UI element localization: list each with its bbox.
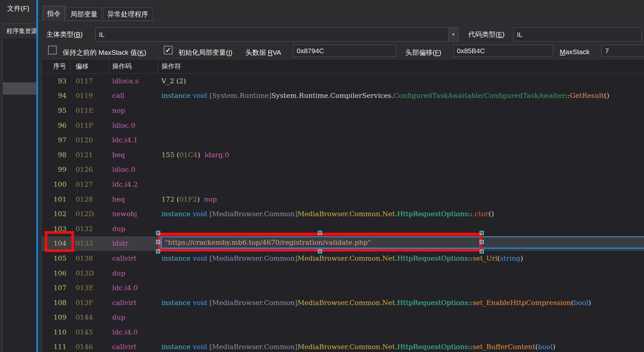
- row-offset: 0126: [70, 166, 109, 173]
- tab-local-variables[interactable]: 局部变量: [66, 7, 102, 21]
- table-row[interactable]: 1000127ldc.i4.2: [42, 177, 644, 192]
- row-opcode: dup: [109, 269, 158, 277]
- row-index: 99: [42, 166, 70, 173]
- table-row[interactable]: 930117ldloca.sV_2 (2): [42, 74, 644, 88]
- header-rva-field[interactable]: [293, 45, 396, 57]
- table-row[interactable]: 96011Fldloc.0: [42, 118, 644, 133]
- row-offset: 0127: [70, 181, 109, 188]
- il-method-editor-window: 文件(F) 程序集资源 指令 局部变量 异常处理程序 主体类型(B) IL ▼ …: [0, 0, 644, 352]
- maxstack-field[interactable]: [602, 45, 644, 57]
- row-offset: 0138: [70, 254, 109, 262]
- row-offset: 0145: [70, 328, 109, 336]
- row-offset: 0132: [70, 225, 109, 233]
- table-row[interactable]: 107013Eldc.i4.0: [42, 280, 644, 295]
- keep-maxstack-checkbox[interactable]: [48, 46, 57, 54]
- row-operand: 172 (01F2) nop: [158, 195, 644, 203]
- row-index: 106: [42, 269, 70, 277]
- init-locals-checkbox[interactable]: ✓: [164, 46, 173, 54]
- selection-handle[interactable]: [480, 240, 484, 244]
- assembly-explorer-tab[interactable]: 程序集资源: [3, 24, 36, 39]
- row-index: 102: [42, 210, 70, 218]
- table-row[interactable]: 990126ldloc.0: [42, 162, 644, 177]
- table-row[interactable]: 102012Dnewobjinstance void [MediaBrowser…: [42, 206, 644, 221]
- tab-instructions[interactable]: 指令: [43, 6, 65, 21]
- row-index: 93: [42, 77, 70, 85]
- row-index: 109: [42, 313, 70, 321]
- row-offset: 0119: [70, 92, 109, 100]
- header-offset-field[interactable]: [453, 45, 553, 57]
- code-type-field[interactable]: [513, 28, 642, 41]
- table-row[interactable]: 1090144dup: [42, 310, 644, 325]
- row-offset: 013E: [70, 284, 109, 292]
- selection-handle[interactable]: [318, 231, 322, 235]
- table-row[interactable]: 1100145ldc.i4.0: [42, 325, 644, 340]
- row-offset: 0121: [70, 151, 109, 159]
- column-header-index[interactable]: 序号: [42, 59, 70, 73]
- row-index: 107: [42, 284, 70, 292]
- row-opcode: ldc.i4.0: [109, 284, 158, 292]
- annotation-rect-row-index[interactable]: [45, 231, 74, 252]
- row-opcode: ldc.i4.1: [109, 136, 158, 144]
- row-index: 96: [42, 122, 70, 129]
- row-opcode: dup: [109, 313, 158, 321]
- selection-handle[interactable]: [156, 231, 160, 235]
- selection-handle[interactable]: [480, 249, 484, 253]
- table-row[interactable]: 106013Ddup: [42, 266, 644, 281]
- row-index: 105: [42, 254, 70, 262]
- row-offset: 013D: [70, 269, 109, 277]
- row-offset: 0133: [70, 240, 109, 247]
- row-index: 100: [42, 181, 70, 188]
- instruction-table: 序号 偏移 操作码 操作符 930117ldloca.sV_2 (2)94011…: [42, 59, 644, 352]
- row-index: 98: [42, 151, 70, 159]
- annotation-rect-operand[interactable]: [158, 233, 482, 252]
- body-type-combobox[interactable]: IL ▼: [95, 28, 459, 41]
- table-row[interactable]: 940119callinstance void [System.Runtime]…: [42, 88, 644, 103]
- file-menu[interactable]: 文件(F): [5, 3, 31, 14]
- chevron-down-icon[interactable]: ▼: [448, 28, 458, 41]
- row-opcode: dup: [109, 225, 158, 233]
- header-offset-label: 头部偏移(F): [405, 48, 441, 57]
- body-type-label: 主体类型(B): [46, 30, 83, 39]
- row-index: 94: [42, 92, 70, 100]
- row-opcode: call: [109, 92, 158, 100]
- assembly-explorer-panel: 程序集资源: [3, 23, 36, 352]
- table-body: 930117ldloca.sV_2 (2)940119callinstance …: [42, 74, 644, 352]
- selection-handle[interactable]: [156, 249, 160, 253]
- row-operand: instance void [MediaBrowser.Common]Media…: [158, 299, 644, 307]
- body-type-value: IL: [99, 28, 105, 41]
- row-opcode: ldc.i4.0: [109, 328, 158, 336]
- row-index: 108: [42, 299, 70, 307]
- table-row[interactable]: 95011Enop: [42, 103, 644, 118]
- row-offset: 011F: [70, 122, 109, 129]
- selection-handle[interactable]: [480, 231, 484, 235]
- row-index: 110: [42, 328, 70, 336]
- row-opcode: ldloca.s: [109, 77, 158, 85]
- tab-exception-handlers[interactable]: 异常处理程序: [103, 7, 152, 21]
- row-index: 95: [42, 107, 70, 114]
- table-row[interactable]: 1050138callvirtinstance void [MediaBrows…: [42, 251, 644, 266]
- row-operand: instance void [MediaBrowser.Common]Media…: [158, 254, 644, 262]
- row-opcode: ldloc.0: [109, 166, 158, 173]
- table-row[interactable]: 1010128beq172 (01F2) nop: [42, 192, 644, 207]
- table-row[interactable]: 980121beq155 (01C4) ldarg.0: [42, 147, 644, 162]
- row-offset: 0117: [70, 77, 109, 85]
- column-header-opcode[interactable]: 操作码: [109, 59, 158, 73]
- column-header-operand[interactable]: 操作符: [158, 59, 644, 73]
- selection-handle[interactable]: [318, 249, 322, 253]
- table-row[interactable]: 108013Fcallvirtinstance void [MediaBrows…: [42, 295, 644, 310]
- maxstack-label: MaxStack: [560, 48, 590, 56]
- tree-selected-item[interactable]: [3, 82, 36, 95]
- init-locals-label: 初始化局部变量(I): [178, 48, 233, 57]
- table-row[interactable]: 1110146callvirtinstance void [MediaBrows…: [42, 340, 644, 352]
- row-opcode: ldstr: [109, 240, 158, 247]
- editor-dialog: 指令 局部变量 异常处理程序 主体类型(B) IL ▼ 代码类型(E) 保持之前…: [38, 0, 644, 352]
- row-opcode: nop: [109, 107, 158, 114]
- selection-handle[interactable]: [156, 240, 160, 244]
- row-opcode: callvirt: [109, 343, 158, 351]
- column-header-offset[interactable]: 偏移: [70, 59, 109, 73]
- check-icon: ✓: [165, 46, 171, 54]
- row-index: 101: [42, 195, 70, 203]
- row-operand: instance void [MediaBrowser.Common]Media…: [158, 210, 644, 218]
- table-row[interactable]: 970120ldc.i4.1: [42, 133, 644, 147]
- row-operand: V_2 (2): [158, 77, 644, 85]
